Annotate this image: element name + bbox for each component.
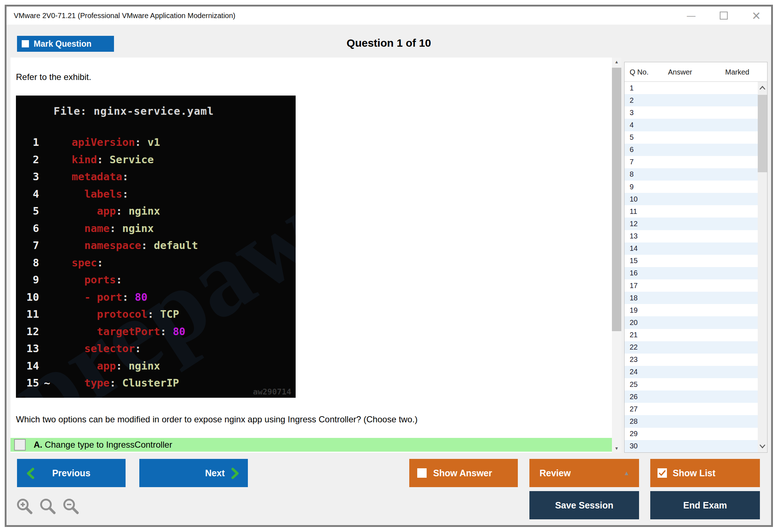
question-list-row[interactable]: 1 (625, 82, 758, 94)
question-list-row[interactable]: 27 (625, 403, 758, 415)
question-list-panel: Q No. Answer Marked 12345678910111213141… (624, 62, 768, 453)
question-list-row[interactable]: 12 (625, 218, 758, 230)
show-list-checkbox[interactable] (658, 468, 667, 478)
question-list-row[interactable]: 24 (625, 366, 758, 378)
question-list-row[interactable]: 30 (625, 440, 758, 452)
question-list-row[interactable]: 15 (625, 255, 758, 267)
next-button[interactable]: Next (139, 459, 248, 487)
question-list-row[interactable]: 2 (625, 94, 758, 106)
question-list-row[interactable]: 28 (625, 415, 758, 427)
end-exam-button[interactable]: End Exam (650, 491, 760, 519)
column-header-answer: Answer (668, 62, 692, 82)
question-list-row[interactable]: 4 (625, 119, 758, 131)
minimize-icon[interactable]: — (684, 9, 698, 22)
question-list-row[interactable]: 17 (625, 279, 758, 292)
previous-button[interactable]: Previous (17, 459, 126, 487)
question-list-row[interactable]: 8 (625, 168, 758, 181)
question-list-scrollbar-thumb[interactable] (758, 95, 767, 172)
question-list-row[interactable]: 7 (625, 156, 758, 168)
chevron-left-icon (26, 468, 35, 479)
zoom-toolbar (16, 498, 80, 516)
end-exam-label: End Exam (683, 500, 727, 511)
question-list-row[interactable]: 26 (625, 390, 758, 403)
review-button[interactable]: Review ▲ (529, 459, 639, 487)
question-list-row[interactable]: 10 (625, 193, 758, 205)
question-text: Which two options can be modified in ord… (16, 414, 595, 425)
question-list-row[interactable]: 23 (625, 354, 758, 366)
previous-label: Previous (52, 468, 90, 478)
question-list-row[interactable]: 16 (625, 267, 758, 279)
close-icon[interactable]: × (749, 9, 763, 22)
code-line: 4 labels: (16, 186, 296, 203)
code-line: 3metadata: (16, 168, 296, 186)
zoom-out-icon[interactable] (62, 498, 80, 516)
question-list-row[interactable]: 18 (625, 292, 758, 304)
save-session-label: Save Session (555, 500, 613, 511)
question-scrollbar-thumb[interactable] (612, 68, 621, 331)
next-label: Next (205, 468, 225, 478)
code-line: 8spec: (16, 254, 296, 272)
option-a-letter: A. (34, 440, 42, 449)
exhibit-corner-mark: aw290714 (253, 387, 291, 396)
question-list-row[interactable]: 25 (625, 378, 758, 390)
code-line: 1apiVersion: v1 (16, 134, 296, 151)
exhibit-code: 1apiVersion: v12kind: Service3metadata:4… (16, 134, 296, 392)
exhibit-file-title: File: nginx-service.yaml (16, 96, 296, 117)
exhibit-image: File: nginx-service.yaml 1apiVersion: v1… (16, 96, 296, 398)
window-title: VMware 2V0-71.21 (Professional VMware Ap… (14, 7, 236, 25)
question-list-row[interactable]: 11 (625, 205, 758, 218)
scroll-up-chevron-icon[interactable] (758, 85, 766, 91)
show-answer-button[interactable]: Show Answer (409, 459, 518, 487)
question-list-row[interactable]: 6 (625, 144, 758, 156)
zoom-in-icon[interactable] (16, 498, 34, 516)
column-header-qno: Q No. (630, 62, 648, 82)
maximize-icon[interactable] (717, 9, 731, 22)
question-list-row[interactable]: 3 (625, 106, 758, 119)
option-a-checkbox[interactable] (14, 439, 26, 451)
code-line: 11 protocol: TCP (16, 306, 296, 323)
code-line: 14 app: nginx (16, 358, 296, 375)
question-panel: Refer to the exhibit. File: nginx-servic… (10, 58, 621, 453)
code-line: 2kind: Service (16, 151, 296, 169)
question-counter: Question 1 of 10 (7, 37, 771, 49)
question-list-row[interactable]: 13 (625, 230, 758, 242)
question-scrollbar[interactable]: ▲ ▼ (612, 58, 621, 453)
scroll-down-icon[interactable]: ▼ (612, 444, 621, 453)
show-list-label: Show List (673, 468, 715, 478)
scroll-up-icon[interactable]: ▲ (612, 58, 621, 66)
code-line: 5 app: nginx (16, 203, 296, 220)
code-line: 6 name: nginx (16, 220, 296, 237)
save-session-button[interactable]: Save Session (529, 491, 639, 519)
code-line: 9 ports: (16, 271, 296, 289)
question-list-scrollbar[interactable] (758, 82, 767, 452)
code-line: 12 targetPort: 80 (16, 323, 296, 341)
show-answer-checkbox[interactable] (417, 468, 427, 478)
question-list-row[interactable]: 22 (625, 341, 758, 354)
window-controls: — × (684, 7, 763, 25)
review-label: Review (540, 468, 571, 478)
question-list-row[interactable]: 9 (625, 181, 758, 193)
answer-option-a[interactable]: A. Change type to IngressController (10, 438, 612, 452)
exhibit-prompt: Refer to the exhibit. (16, 72, 91, 82)
code-line: 13 selector: (16, 340, 296, 358)
column-header-marked: Marked (725, 62, 749, 82)
code-line: 7 namespace: default (16, 237, 296, 254)
title-bar: VMware 2V0-71.21 (Professional VMware Ap… (7, 7, 771, 25)
question-list-row[interactable]: 20 (625, 316, 758, 329)
scroll-down-chevron-icon[interactable] (758, 443, 766, 449)
caret-up-icon[interactable]: ▲ (623, 470, 630, 477)
option-a-text: A. Change type to IngressController (34, 440, 172, 450)
exam-window: VMware 2V0-71.21 (Professional VMware Ap… (5, 5, 773, 527)
question-list-row[interactable]: 29 (625, 428, 758, 440)
question-list-row[interactable]: 5 (625, 131, 758, 144)
question-list-header: Q No. Answer Marked (625, 62, 767, 82)
check-icon (658, 469, 666, 477)
question-list-row[interactable]: 14 (625, 242, 758, 255)
zoom-reset-icon[interactable] (39, 498, 57, 516)
show-list-button[interactable]: Show List (650, 459, 760, 487)
question-list-rows: 1234567891011121314151617181920212223242… (625, 82, 758, 452)
question-list-row[interactable]: 21 (625, 329, 758, 341)
question-list-row[interactable]: 19 (625, 304, 758, 316)
show-answer-label: Show Answer (433, 468, 492, 478)
code-line: 10 - port: 80 (16, 289, 296, 306)
